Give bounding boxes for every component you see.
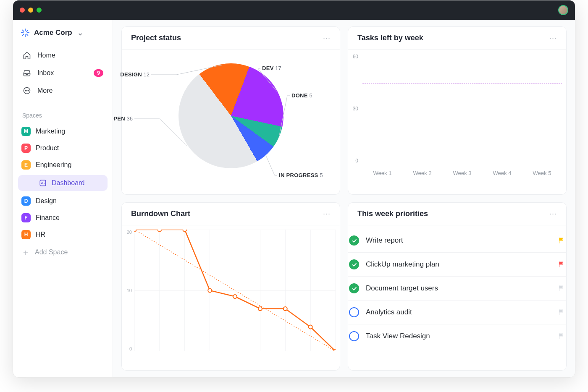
nav-label: Inbox [37,69,54,77]
priority-title: Document target users [366,284,551,293]
dashboard-icon [39,179,47,187]
space-item-marketing[interactable]: MMarketing [13,123,113,140]
sidebar: Acme Corp ⌄ Home Inbox 9 [13,20,113,377]
priority-row[interactable]: Task View Redesign [348,324,566,348]
add-space-button[interactable]: ＋ Add Space [13,243,113,261]
card-title: Project status [131,34,181,42]
bar-category-label: Week 5 [533,170,551,176]
space-name: HR [36,231,45,238]
card-project-status: Project status ··· OPEN 36DESIGN 12DEV 1… [121,26,340,195]
priority-row[interactable]: Write report [348,229,566,253]
space-chip-icon: F [21,213,31,222]
status-done-icon[interactable] [349,283,359,293]
card-menu-button[interactable]: ··· [549,209,557,218]
space-item-product[interactable]: PProduct [13,140,113,157]
spaces-header: Spaces [13,101,113,123]
space-item-hr[interactable]: HHR [13,226,113,243]
dashboard-label: Dashboard [52,179,84,187]
card-menu-button[interactable]: ··· [323,209,331,218]
workspace-name: Acme Corp [34,29,72,37]
space-item-finance[interactable]: FFinance [13,209,113,226]
pie-label: OPEN 36 [113,115,133,122]
svg-point-32 [309,325,312,329]
svg-point-27 [183,230,186,232]
svg-point-25 [134,230,136,232]
close-window-icon[interactable] [20,8,25,13]
svg-point-33 [334,350,336,352]
line-y-axis: 20100 [122,230,132,351]
nav-more[interactable]: More [17,82,108,99]
dashboard-main: Project status ··· OPEN 36DESIGN 12DEV 1… [113,20,575,377]
nav-home[interactable]: Home [17,47,108,64]
workspace-switcher[interactable]: Acme Corp ⌄ [13,24,113,45]
priority-row[interactable]: Document target users [348,277,566,301]
bar-category-label: Week 1 [373,170,392,176]
status-open-icon[interactable] [349,331,359,341]
status-done-icon[interactable] [349,259,359,269]
card-burndown: Burndown Chart ··· 20100 [121,202,340,371]
space-name: Engineering [36,161,71,169]
card-tasks-left: Tasks left by week ··· 60300 Week 1Week … [348,26,567,195]
space-item-design[interactable]: DDesign [13,193,113,209]
priority-title: ClickUp marketing plan [366,260,551,269]
svg-point-30 [258,307,262,311]
sidebar-item-dashboard[interactable]: Dashboard [18,175,108,191]
card-title: This week priorities [357,209,428,218]
card-title: Tasks left by week [357,34,423,42]
pie-label: DESIGN 12 [120,71,150,78]
priorities-list: Write reportClickUp marketing planDocume… [348,225,566,351]
space-item-engineering[interactable]: EEngineering [13,157,113,173]
flag-icon[interactable] [558,332,565,340]
add-space-label: Add Space [35,248,68,256]
status-open-icon[interactable] [349,307,359,317]
space-name: Marketing [36,128,65,135]
titlebar [13,0,575,20]
nav-inbox[interactable]: Inbox 9 [17,64,108,82]
flag-icon[interactable] [558,261,565,268]
priority-title: Write report [366,236,551,245]
window-controls [20,8,42,13]
svg-line-6 [23,34,24,35]
flag-icon[interactable] [558,285,565,292]
priority-row[interactable]: ClickUp marketing plan [348,253,566,277]
priority-title: Analytics audit [366,308,551,316]
bar-y-axis: 60300 [348,54,358,164]
bar-category-label: Week 3 [453,170,472,176]
logo-icon [21,28,30,37]
priority-row[interactable]: Analytics audit [348,301,566,324]
pie-graphic [178,63,284,168]
pie-label: IN PROGRESS 5 [279,172,323,178]
space-chip-icon: H [21,230,31,239]
card-title: Burndown Chart [131,209,190,218]
spaces-list: MMarketingPProductEEngineeringDashboardD… [13,123,113,243]
pie-chart: OPEN 36DESIGN 12DEV 17DONE 5IN PROGRESS … [122,50,340,184]
flag-icon[interactable] [558,308,565,316]
bar-plot-area [362,54,562,164]
bar-x-axis: Week 1Week 2Week 3Week 4Week 5 [362,170,562,176]
nav-label: More [37,87,52,94]
flag-icon[interactable] [558,237,565,244]
space-name: Design [36,197,57,205]
bar-category-label: Week 4 [493,170,512,176]
chevron-down-icon: ⌄ [77,29,83,37]
nav-label: Home [37,52,55,59]
card-priorities: This week priorities ··· Write reportCli… [348,202,567,371]
maximize-window-icon[interactable] [37,8,42,13]
space-chip-icon: D [21,196,31,206]
space-name: Finance [36,214,60,222]
space-chip-icon: M [21,127,31,136]
space-name: Product [36,144,59,152]
svg-point-28 [208,289,212,293]
svg-point-11 [28,90,29,91]
pie-label: DONE 5 [291,92,312,99]
minimize-window-icon[interactable] [28,8,33,13]
line-chart: 20100 [122,225,340,360]
card-menu-button[interactable]: ··· [549,34,557,42]
avatar[interactable] [558,5,568,15]
svg-line-5 [26,34,28,35]
app-window: Acme Corp ⌄ Home Inbox 9 [13,0,575,378]
pie-label: DEV 17 [262,65,281,71]
status-done-icon[interactable] [349,235,359,246]
priority-title: Task View Redesign [366,332,551,340]
card-menu-button[interactable]: ··· [323,34,331,42]
